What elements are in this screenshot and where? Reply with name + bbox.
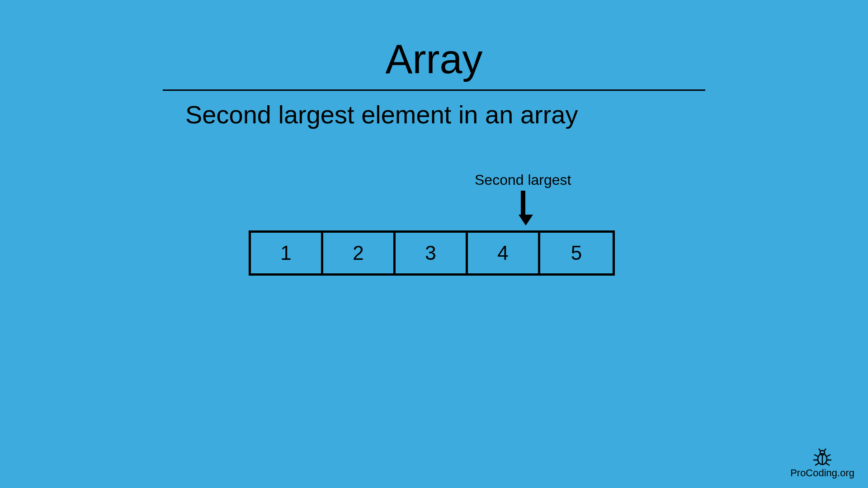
annotation: Second largest xyxy=(475,172,571,225)
array-cell: 2 xyxy=(323,233,396,273)
array-cell: 4 xyxy=(468,233,540,273)
page-title: Array xyxy=(163,36,705,87)
svg-point-1 xyxy=(820,450,825,455)
array-row: 1 2 3 4 5 xyxy=(249,230,615,276)
title-section: Array Second largest element in an array xyxy=(163,36,705,129)
svg-line-4 xyxy=(824,449,826,451)
svg-line-5 xyxy=(814,455,818,456)
title-divider xyxy=(163,89,705,91)
page-subtitle: Second largest element in an array xyxy=(163,100,705,129)
down-arrow-icon xyxy=(519,191,528,225)
bug-icon xyxy=(811,448,833,466)
svg-line-9 xyxy=(815,463,819,465)
array-cell: 1 xyxy=(251,233,323,273)
footer-text: ProCoding.org xyxy=(790,467,854,479)
footer: ProCoding.org xyxy=(790,448,854,479)
annotation-label: Second largest xyxy=(475,172,571,188)
svg-line-6 xyxy=(827,455,830,456)
svg-line-10 xyxy=(826,463,830,465)
array-cell: 3 xyxy=(396,233,468,273)
svg-line-3 xyxy=(819,449,821,451)
array-cell: 5 xyxy=(540,233,613,273)
